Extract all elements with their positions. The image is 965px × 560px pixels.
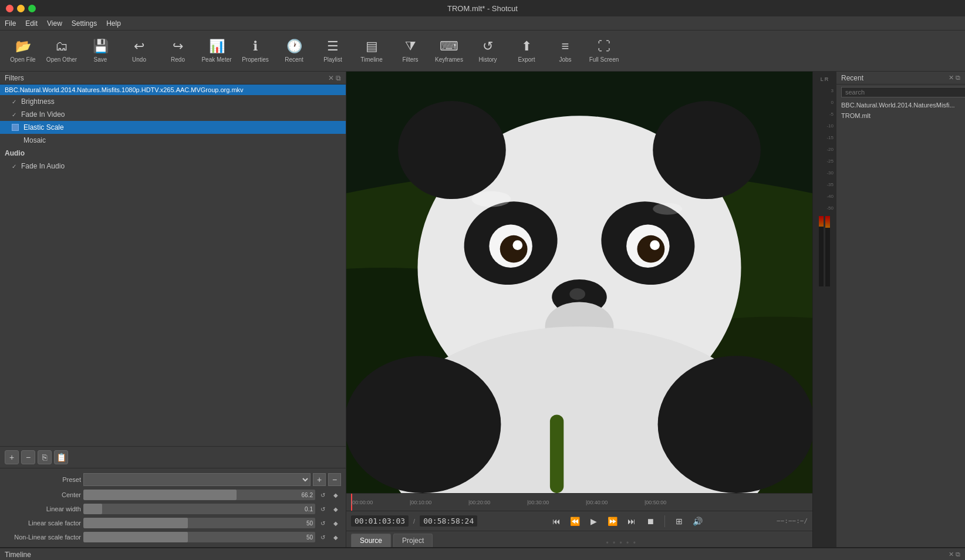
properties-icon: ℹ xyxy=(253,39,258,54)
linear-scale-reset-button[interactable]: ↺ xyxy=(318,518,328,528)
menu-view[interactable]: View xyxy=(47,19,62,28)
step-forward-button[interactable]: ⏩ xyxy=(606,514,620,528)
full-screen-label: Full Screen xyxy=(589,56,619,63)
properties-label: Properties xyxy=(242,56,269,63)
history-button[interactable]: ↺ History xyxy=(470,33,506,69)
linear-scale-value: 50 xyxy=(306,520,313,527)
menu-file[interactable]: File xyxy=(5,19,16,28)
filter-copy-button[interactable]: ⎘ xyxy=(38,450,52,464)
meter-bar-l xyxy=(819,216,824,286)
playlist-button[interactable]: ☰ Playlist xyxy=(315,33,351,69)
skip-to-start-button[interactable]: ⏮ xyxy=(549,514,564,528)
filters-label: Filters xyxy=(402,56,418,63)
filter-section-audio: Audio xyxy=(0,147,346,160)
timeline-button[interactable]: ▤ Timeline xyxy=(353,33,390,69)
filter-item-mosaic[interactable]: Mosaic xyxy=(0,134,346,147)
full-screen-button[interactable]: ⛶ Full Screen xyxy=(586,33,622,69)
linear-scale-keyframe-button[interactable]: ◆ xyxy=(330,518,341,528)
recent-button[interactable]: 🕐 Recent xyxy=(276,33,312,69)
stop-button[interactable]: ⏹ xyxy=(643,514,657,528)
svg-rect-25 xyxy=(550,414,564,493)
filter-item-fade-in-audio[interactable]: ✓ Fade In Audio xyxy=(0,160,346,173)
linear-width-reset-button[interactable]: ↺ xyxy=(318,504,328,514)
timeline-label: Timeline xyxy=(360,56,382,63)
undo-button[interactable]: ↩ Undo xyxy=(121,33,157,69)
elastic-scale-checkbox[interactable] xyxy=(12,124,19,131)
properties-button[interactable]: ℹ Properties xyxy=(237,33,274,69)
minimize-button[interactable] xyxy=(17,5,25,12)
open-other-icon: 🗂 xyxy=(55,39,68,54)
preset-label: Preset xyxy=(5,476,81,483)
filters-file-name: BBC.Natural.World.2014.Natures.Misfits.1… xyxy=(0,85,346,95)
nonlinear-scale-reset-button[interactable]: ↺ xyxy=(318,532,328,542)
tab-source[interactable]: Source xyxy=(351,534,391,547)
timecode-current: 00:01:03:03 xyxy=(351,515,409,527)
filter-add-button[interactable]: + xyxy=(5,450,19,464)
keyframes-button[interactable]: ⌨ Keyframes xyxy=(431,33,467,69)
nonlinear-scale-slider[interactable]: 50 xyxy=(83,532,315,542)
redo-button[interactable]: ↪ Redo xyxy=(160,33,196,69)
open-file-button[interactable]: 📂 Open File xyxy=(5,33,41,69)
ruler-mark-1: |00:10:00 xyxy=(410,500,431,505)
recent-search-input[interactable] xyxy=(841,87,965,97)
preview-ruler: |00:00:00 |00:10:00 |00:20:00 |00:30:00 … xyxy=(346,493,812,511)
step-back-button[interactable]: ⏪ xyxy=(568,514,582,528)
filter-item-elastic-scale[interactable]: Elastic Scale xyxy=(0,121,346,134)
jobs-button[interactable]: ≡ Jobs xyxy=(547,33,583,69)
transport-bar: 00:01:03:03 / 00:58:58:24 ⏮ ⏪ ▶ ⏩ ⏭ ⏹ ⊞ … xyxy=(346,511,812,531)
svg-point-24 xyxy=(658,356,812,493)
meter-tick-50: -50 xyxy=(815,202,834,214)
jobs-icon: ≡ xyxy=(562,39,569,54)
preset-select[interactable] xyxy=(83,473,311,486)
history-label: History xyxy=(478,56,497,63)
export-icon: ⬆ xyxy=(521,39,532,54)
svg-point-16 xyxy=(637,235,665,263)
preset-remove-button[interactable]: − xyxy=(328,473,341,486)
preview-container: |00:00:00 |00:10:00 |00:20:00 |00:30:00 … xyxy=(346,72,965,547)
save-button[interactable]: 💾 Save xyxy=(82,33,119,69)
linear-width-keyframe-button[interactable]: ◆ xyxy=(330,504,341,514)
filters-icon: ⧩ xyxy=(405,39,416,54)
ruler-mark-3: |00:30:00 xyxy=(527,500,549,505)
menu-settings[interactable]: Settings xyxy=(72,19,97,28)
menu-edit[interactable]: Edit xyxy=(25,19,38,28)
filter-controls: + − ⎘ 📋 xyxy=(0,446,346,468)
history-icon: ↺ xyxy=(482,39,493,54)
nonlinear-scale-keyframe-button[interactable]: ◆ xyxy=(330,532,341,542)
maximize-button[interactable] xyxy=(28,5,36,12)
filter-remove-button[interactable]: − xyxy=(21,450,35,464)
center-slider[interactable]: 66.2 xyxy=(83,490,315,500)
play-button[interactable]: ▶ xyxy=(587,514,601,528)
peak-meter-button[interactable]: 📊 Peak Meter xyxy=(198,33,235,69)
fade-in-audio-label: Fade In Audio xyxy=(21,162,65,170)
open-other-button[interactable]: 🗂 Open Other xyxy=(43,33,80,69)
grid-button[interactable]: ⊞ xyxy=(672,514,686,528)
center-keyframe-button[interactable]: ◆ xyxy=(330,490,341,500)
recent-close-icon[interactable]: ✕ ⧉ xyxy=(949,74,960,82)
skip-to-end-button[interactable]: ⏭ xyxy=(625,514,639,528)
window-controls[interactable] xyxy=(6,5,36,12)
filters-button[interactable]: ⧩ Filters xyxy=(392,33,428,69)
timecode-separator: / xyxy=(413,518,415,525)
recent-item-bbc[interactable]: BBC.Natural.World.2014.NaturesMisfi... xyxy=(836,100,965,110)
source-project-tabs: Source Project • • • • • xyxy=(346,531,812,547)
linear-scale-slider[interactable]: 50 xyxy=(83,518,315,528)
export-button[interactable]: ⬆ Export xyxy=(508,33,545,69)
panda-scene xyxy=(346,72,812,493)
center-reset-button[interactable]: ↺ xyxy=(318,490,328,500)
linear-width-slider[interactable]: 0.1 xyxy=(83,504,315,514)
filter-paste-button[interactable]: 📋 xyxy=(54,450,68,464)
timeline-controls: ✕ ⧉ xyxy=(949,551,960,558)
filter-item-brightness[interactable]: ✓ Brightness xyxy=(0,95,346,108)
close-button[interactable] xyxy=(6,5,14,12)
menu-help[interactable]: Help xyxy=(106,19,121,28)
menubar: File Edit View Settings Help xyxy=(0,16,965,31)
svg-point-10 xyxy=(653,101,761,199)
tab-project[interactable]: Project xyxy=(393,534,433,547)
preset-add-button[interactable]: + xyxy=(313,473,326,486)
filter-item-fade-in-video[interactable]: ✓ Fade In Video xyxy=(0,108,346,121)
recent-item-trom[interactable]: TROM.mlt xyxy=(836,110,965,121)
filters-close-icon[interactable]: ✕ ⧉ xyxy=(328,74,341,82)
audio-button[interactable]: 🔊 xyxy=(691,514,705,528)
param-row-center: Center 66.2 ↺ ◆ xyxy=(5,490,341,500)
